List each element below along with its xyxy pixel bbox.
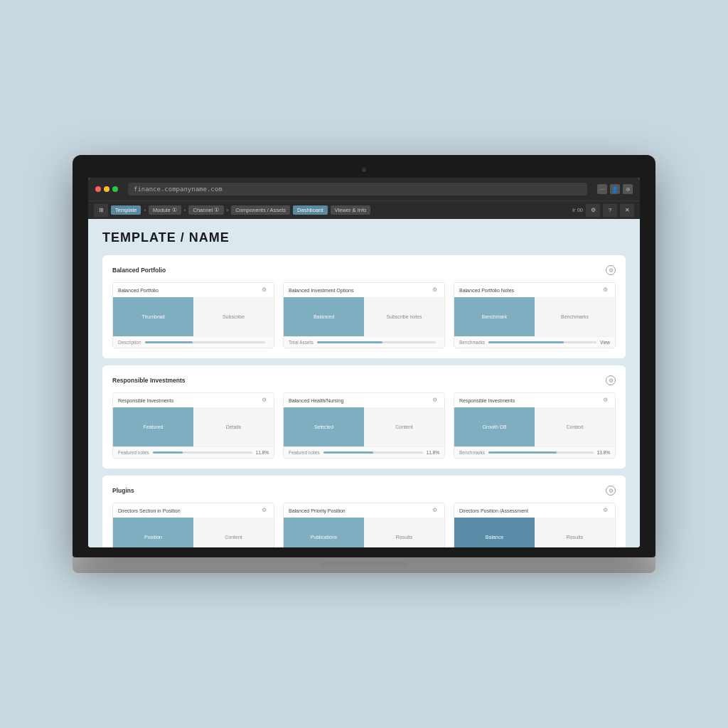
- card-2-1-progress-fill: [153, 451, 183, 454]
- tab-viewer[interactable]: Viewer & Info: [331, 205, 370, 215]
- card-3-3-thumbnail: Balance: [454, 518, 535, 547]
- separator-chevron-3: ›: [227, 207, 229, 213]
- card-2-2: Balanced Health/Nursing ⚙ Selected Conte…: [283, 392, 445, 459]
- card-2-1-footer-value: 11.8%: [256, 450, 269, 455]
- card-1-2-settings-icon[interactable]: ⚙: [432, 287, 439, 294]
- card-1-3-settings-icon[interactable]: ⚙: [603, 287, 610, 294]
- laptop-screen: finance.companyname.com ⋯ 👤 ⊕ ⊞ Template…: [88, 178, 640, 547]
- browser-chrome: finance.companyname.com ⋯ 👤 ⊕: [88, 178, 640, 200]
- section-2-settings-icon[interactable]: ⚙: [606, 375, 616, 385]
- card-2-3-thumbnail: Growth DB: [454, 407, 535, 446]
- card-3-1-settings-icon[interactable]: ⚙: [262, 507, 269, 514]
- browser-controls: ⋯ 👤 ⊕: [597, 184, 633, 194]
- card-3-1-info: Content: [193, 518, 274, 547]
- app-icon-button[interactable]: ⊞: [94, 204, 108, 217]
- card-2-3-info: Context: [535, 407, 615, 446]
- card-2-1-thumbnail: Featured: [113, 407, 193, 446]
- tab-channel[interactable]: Channel ①: [188, 205, 223, 215]
- section-3-settings-icon[interactable]: ⚙: [606, 486, 616, 496]
- card-1-3-footer-label: Benchmarks: [459, 340, 485, 345]
- browser-user-icon[interactable]: 👤: [610, 184, 620, 194]
- card-3-3: Directors Position /Assessment ⚙ Balance…: [454, 503, 616, 547]
- toolbar-settings-icon[interactable]: ⚙: [586, 204, 600, 217]
- card-2-3-header: Responsible Investments ⚙: [454, 393, 615, 407]
- close-dot[interactable]: [95, 186, 101, 192]
- separator-chevron: ›: [144, 207, 146, 213]
- tab-channel-label: Channel ①: [193, 207, 219, 213]
- card-1-1-progress-bar: [145, 341, 265, 343]
- card-3-3-settings-icon[interactable]: ⚙: [603, 507, 610, 514]
- card-1-1-info: Subscribe: [193, 297, 274, 336]
- card-1-1-title: Balanced Portfolio: [118, 288, 159, 293]
- card-1-2-progress-fill: [317, 341, 382, 343]
- card-2-1-header: Responsible Investments ⚙: [113, 393, 274, 407]
- card-3-2-settings-icon[interactable]: ⚙: [432, 507, 439, 514]
- card-2-2-info: Content: [364, 407, 444, 446]
- section-1: Balanced Portfolio ⚙ Balanced Portfolio …: [102, 255, 626, 358]
- card-1-1: Balanced Portfolio ⚙ Thumbnail Subscribe: [112, 282, 274, 348]
- card-1-3-progress-fill: [488, 341, 564, 343]
- browser-more-icon[interactable]: ⊕: [623, 184, 633, 194]
- camera: [362, 168, 366, 172]
- browser-window-controls: [95, 186, 118, 192]
- section-3-title: Plugins: [112, 487, 134, 494]
- card-1-1-thumbnail: Thumbnail: [113, 297, 193, 336]
- toolbar-right-label: Ir 00: [572, 207, 583, 213]
- card-1-3-header: Balanced Portfolio Notes ⚙: [454, 283, 615, 297]
- address-text: finance.companyname.com: [134, 186, 223, 193]
- page-title: TEMPLATE / NAME: [102, 230, 626, 245]
- card-3-2-info: Results: [364, 518, 444, 547]
- laptop-container: finance.companyname.com ⋯ 👤 ⊕ ⊞ Template…: [73, 155, 655, 573]
- toolbar-right-controls: Ir 00 ⚙ ? ✕: [572, 204, 634, 217]
- tab-components[interactable]: Components / Assets: [231, 205, 290, 215]
- separator-chevron-2: ›: [184, 207, 186, 213]
- card-2-2-body: Selected Content: [284, 407, 444, 446]
- card-1-3-footer: Benchmarks View: [454, 336, 615, 348]
- card-3-2-header: Balanced Priority Position ⚙: [284, 503, 444, 518]
- tab-template[interactable]: Template: [111, 205, 141, 215]
- card-1-2-info: Subscribe notes: [364, 297, 444, 336]
- card-1-2-body: Balanced Subscribe notes: [284, 297, 444, 336]
- card-3-1-thumbnail: Position: [113, 518, 193, 547]
- card-3-1-title: Directors Section in Position: [118, 508, 181, 513]
- card-2-1-footer-label: Featured notes: [118, 450, 149, 455]
- card-2-2-thumbnail: Selected: [284, 407, 364, 446]
- card-2-3-settings-icon[interactable]: ⚙: [603, 397, 610, 404]
- card-1-3-footer-value: View: [600, 340, 610, 345]
- minimize-dot[interactable]: [104, 186, 109, 192]
- card-3-1: Directors Section in Position ⚙ Position…: [112, 503, 274, 547]
- tab-components-label: Components / Assets: [235, 207, 286, 213]
- card-1-3-info: Benchmarks: [535, 297, 615, 336]
- section-2-title: Responsible Investments: [112, 377, 186, 384]
- card-2-1: Responsible Investments ⚙ Featured Detai…: [112, 392, 274, 459]
- card-2-3-progress-bar: [488, 451, 593, 454]
- card-3-3-info: Results: [535, 518, 615, 547]
- section-1-settings-icon[interactable]: ⚙: [606, 265, 616, 275]
- browser-menu-icon[interactable]: ⋯: [597, 184, 607, 194]
- laptop-base: [73, 557, 655, 573]
- card-2-1-progress-bar: [153, 451, 252, 454]
- card-1-2-title: Balanced Investment Options: [289, 288, 353, 293]
- card-1-1-header: Balanced Portfolio ⚙: [113, 283, 274, 297]
- card-1-3-progress-bar: [488, 341, 596, 343]
- card-1-1-settings-icon[interactable]: ⚙: [262, 287, 269, 294]
- card-1-3-body: Benchmark Benchmarks: [454, 297, 615, 336]
- card-2-1-settings-icon[interactable]: ⚙: [262, 397, 269, 404]
- toolbar-close-icon[interactable]: ✕: [620, 204, 634, 217]
- tab-dashboard[interactable]: Dashboard: [293, 205, 328, 215]
- toolbar-help-icon[interactable]: ?: [603, 204, 617, 217]
- section-3-cards-grid: Directors Section in Position ⚙ Position…: [112, 503, 616, 547]
- card-2-3-footer: Benchmarks 13.8%: [454, 446, 615, 458]
- tab-template-label: Template: [115, 207, 136, 213]
- card-2-2-settings-icon[interactable]: ⚙: [432, 397, 439, 404]
- card-2-1-title: Responsible Investments: [118, 398, 173, 403]
- card-1-2-footer: Total Assets: [284, 336, 444, 348]
- card-2-2-progress-bar: [323, 451, 423, 454]
- maximize-dot[interactable]: [112, 186, 118, 192]
- address-bar[interactable]: finance.companyname.com: [128, 183, 587, 196]
- card-1-2-progress-bar: [317, 341, 436, 343]
- tab-module[interactable]: Module ①: [149, 205, 181, 215]
- card-3-1-body: Position Content: [113, 518, 274, 547]
- card-1-3: Balanced Portfolio Notes ⚙ Benchmark Ben…: [454, 282, 616, 348]
- card-2-3-progress-fill: [488, 451, 557, 454]
